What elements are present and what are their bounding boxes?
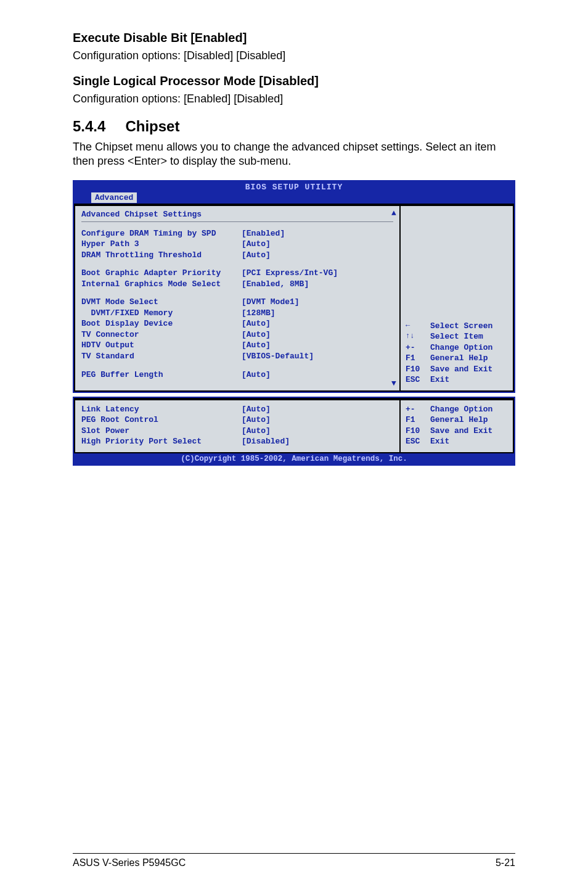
help-key: +-: [406, 404, 430, 415]
help-line: F10Save and Exit: [406, 426, 509, 437]
footer-right: 5-21: [496, 857, 515, 868]
scroll-up-icon: ▲: [391, 208, 396, 218]
help-text: Save and Exit: [430, 426, 509, 437]
help-key: F1: [406, 353, 430, 364]
setting-label: TV Standard: [81, 351, 242, 362]
bios-tab-advanced: Advanced: [91, 192, 137, 203]
bios-settings-panel-2: Link Latency[Auto] PEG Root Control[Auto…: [74, 399, 401, 453]
bios-help-panel-2: +-Change Option F1General Help F10Save a…: [401, 399, 514, 453]
setting-value: [128MB]: [242, 308, 393, 319]
bios-screenshot-2: Link Latency[Auto] PEG Root Control[Auto…: [73, 397, 515, 466]
setting-label: TV Connector: [81, 329, 242, 340]
setting-row: Hyper Path 3[Auto]: [81, 239, 393, 250]
body-single-logical: Configuration options: [Enabled] [Disabl…: [73, 92, 515, 106]
setting-label: Link Latency: [81, 404, 242, 415]
help-text: Change Option: [430, 342, 509, 353]
help-text: Exit: [430, 374, 509, 386]
bios-tab-row: Advanced: [74, 192, 514, 204]
help-line: F10Save and Exit: [406, 364, 509, 375]
help-key: F10: [406, 364, 430, 375]
help-line: ESCExit: [406, 436, 509, 447]
setting-value: [Disabled]: [242, 436, 393, 447]
setting-row: Boot Graphic Adapter Priority[PCI Expres…: [81, 268, 393, 279]
setting-row: PEG Root Control[Auto]: [81, 415, 393, 426]
setting-row: PEG Buffer Length[Auto]: [81, 369, 393, 381]
setting-value: [Auto]: [242, 415, 393, 426]
setting-label: PEG Buffer Length: [81, 369, 242, 381]
setting-value: [Auto]: [242, 369, 393, 381]
setting-label: Slot Power: [81, 426, 242, 437]
setting-value: [Auto]: [242, 250, 393, 261]
setting-label: Internal Graphics Mode Select: [81, 279, 242, 290]
scroll-down-icon: ▼: [391, 379, 396, 388]
setting-value: [Auto]: [242, 340, 393, 351]
help-line: ←Select Screen: [406, 321, 509, 332]
setting-row: Internal Graphics Mode Select[Enabled, 8…: [81, 279, 393, 290]
setting-value: [DVMT Mode1]: [242, 297, 393, 308]
bios-settings-panel: Advanced Chipset Settings Configure DRAM…: [74, 205, 401, 392]
setting-value: [PCI Express/Int-VG]: [242, 268, 393, 279]
setting-value: [VBIOS-Default]: [242, 351, 393, 362]
setting-row: HDTV Output[Auto]: [81, 340, 393, 351]
setting-label: HDTV Output: [81, 340, 242, 351]
setting-row: Link Latency[Auto]: [81, 404, 393, 415]
heading-execute-disable: Execute Disable Bit [Enabled]: [73, 31, 515, 45]
help-text: Select Screen: [430, 321, 509, 332]
setting-value: [Auto]: [242, 318, 393, 329]
section-number: 5.4.4: [73, 118, 105, 135]
help-line: ESCExit: [406, 374, 509, 386]
setting-label: DVMT Mode Select: [81, 297, 242, 308]
panel-title: Advanced Chipset Settings: [81, 210, 393, 219]
bios-copyright: (C)Copyright 1985-2002, American Megatre…: [74, 453, 514, 464]
bios-help-panel: ←Select Screen ↑↓Select Item +-Change Op…: [401, 205, 514, 392]
help-text: Change Option: [430, 404, 509, 415]
heading-single-logical: Single Logical Processor Mode [Disabled]: [73, 74, 515, 88]
setting-value: [Auto]: [242, 329, 393, 340]
body-execute-disable: Configuration options: [Disabled] [Disab…: [73, 49, 515, 63]
setting-label: Boot Graphic Adapter Priority: [81, 268, 242, 279]
section-body: The Chipset menu allows you to change th…: [73, 140, 515, 169]
help-line: +-Change Option: [406, 342, 509, 353]
setting-row: TV Standard[VBIOS-Default]: [81, 351, 393, 362]
section-heading-chipset: 5.4.4Chipset: [73, 118, 515, 135]
help-text: General Help: [430, 415, 509, 426]
setting-label: PEG Root Control: [81, 415, 242, 426]
setting-value: [Auto]: [242, 426, 393, 437]
help-text: Save and Exit: [430, 364, 509, 375]
setting-label: DRAM Throttling Threshold: [81, 250, 242, 261]
setting-value: [Auto]: [242, 404, 393, 415]
section-title: Chipset: [125, 118, 179, 134]
help-key: ESC: [406, 436, 430, 447]
help-line: +-Change Option: [406, 404, 509, 415]
help-key: ESC: [406, 374, 430, 386]
help-key: F1: [406, 415, 430, 426]
setting-value: [Enabled]: [242, 228, 393, 239]
setting-value: [Auto]: [242, 239, 393, 250]
setting-row: DRAM Throttling Threshold[Auto]: [81, 250, 393, 261]
help-line: F1General Help: [406, 415, 509, 426]
help-text: Exit: [430, 436, 509, 447]
setting-row: TV Connector[Auto]: [81, 329, 393, 340]
help-line: F1General Help: [406, 353, 509, 364]
help-text: General Help: [430, 353, 509, 364]
page-footer: ASUS V-Series P5945GC 5-21: [73, 853, 515, 868]
setting-label: High Priority Port Select: [81, 436, 242, 447]
setting-row: DVMT Mode Select[DVMT Mode1]: [81, 297, 393, 308]
setting-row: High Priority Port Select[Disabled]: [81, 436, 393, 447]
help-key: ←: [406, 321, 430, 332]
setting-row: Boot Display Device[Auto]: [81, 318, 393, 329]
help-key: F10: [406, 426, 430, 437]
setting-row: Configure DRAM Timing by SPD[Enabled]: [81, 228, 393, 239]
setting-label: DVMT/FIXED Memory: [81, 308, 242, 319]
setting-row: DVMT/FIXED Memory[128MB]: [81, 308, 393, 319]
setting-label: Hyper Path 3: [81, 239, 242, 250]
setting-label: Configure DRAM Timing by SPD: [81, 228, 242, 239]
setting-label: Boot Display Device: [81, 318, 242, 329]
help-line: ↑↓Select Item: [406, 331, 509, 342]
footer-left: ASUS V-Series P5945GC: [73, 857, 186, 868]
bios-screenshot-1: BIOS SETUP UTILITY Advanced Advanced Chi…: [73, 180, 515, 393]
help-text: Select Item: [430, 331, 509, 342]
bios-title: BIOS SETUP UTILITY: [74, 181, 514, 192]
divider: [81, 221, 393, 222]
help-key: ↑↓: [406, 331, 430, 342]
